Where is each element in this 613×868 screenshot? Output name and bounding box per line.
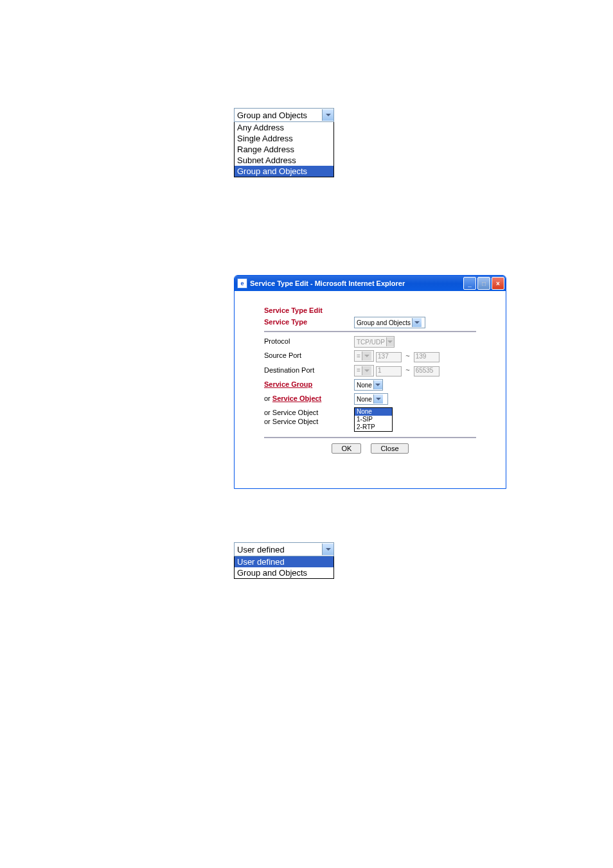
minimize-button[interactable]: _	[463, 277, 476, 290]
divider	[264, 437, 476, 438]
dropdown-option[interactable]: Group and Objects	[235, 567, 333, 578]
address-type-dropdown[interactable]: Group and Objects Any Address Single Add…	[234, 108, 334, 177]
source-port-op-select: =	[354, 350, 374, 362]
user-defined-dropdown[interactable]: User defined User defined Group and Obje…	[234, 542, 334, 579]
section-title: Service Type Edit	[264, 306, 476, 314]
dest-port-from-input: 1	[376, 366, 402, 376]
select-value: None	[357, 396, 372, 403]
dropdown-option[interactable]: Any Address	[235, 122, 333, 133]
dropdown-option[interactable]: Single Address	[235, 133, 333, 144]
dropdown-option[interactable]: Subnet Address	[235, 155, 333, 166]
divider	[264, 331, 476, 332]
select-value: =	[357, 353, 360, 360]
dropdown-option[interactable]: 1-SIP	[355, 416, 392, 423]
chevron-down-icon[interactable]	[373, 380, 382, 389]
select-value: =	[357, 367, 360, 374]
chevron-down-icon	[362, 351, 371, 360]
dropdown-selected[interactable]: Group and Objects	[234, 108, 334, 122]
close-button[interactable]: Close	[371, 443, 408, 454]
dropdown-list[interactable]: User defined Group and Objects	[234, 556, 334, 579]
close-button[interactable]: ×	[492, 277, 504, 290]
maximize-button[interactable]: □	[477, 277, 490, 290]
service-object2-label: or Service Object	[264, 407, 354, 416]
service-type-edit-window: e Service Type Edit - Microsoft Internet…	[234, 275, 506, 489]
dest-port-to-input: 65535	[414, 366, 440, 376]
chevron-down-icon	[362, 366, 371, 375]
dest-port-label: Destination Port	[264, 365, 354, 374]
source-port-label: Source Port	[264, 350, 354, 359]
dropdown-selected-text: Group and Objects	[237, 111, 307, 120]
chevron-down-icon[interactable]	[322, 109, 333, 121]
dest-port-op-select: =	[354, 365, 374, 376]
select-value: TCP/UDP	[357, 339, 385, 346]
tilde: ~	[405, 366, 409, 374]
source-port-from-input: 137	[376, 352, 402, 362]
protocol-label: Protocol	[264, 336, 354, 345]
dropdown-selected[interactable]: User defined	[234, 542, 334, 556]
service-group-select[interactable]: None	[354, 379, 383, 391]
select-value: None	[357, 382, 372, 389]
service-object-label: or Service Object	[264, 393, 354, 402]
window-title-bar[interactable]: e Service Type Edit - Microsoft Internet…	[235, 276, 506, 291]
service-type-label: Service Type	[264, 317, 354, 326]
dropdown-option[interactable]: User defined	[235, 556, 333, 567]
ok-button[interactable]: OK	[332, 443, 361, 454]
dropdown-option[interactable]: 2-RTP	[355, 423, 392, 431]
chevron-down-icon[interactable]	[412, 318, 422, 327]
window-title: Service Type Edit - Microsoft Internet E…	[250, 279, 405, 287]
protocol-select: TCP/UDP	[354, 336, 395, 348]
chevron-down-icon	[386, 337, 394, 346]
source-port-to-input: 139	[414, 352, 440, 362]
dropdown-option[interactable]: None	[355, 408, 392, 416]
dropdown-list[interactable]: Any Address Single Address Range Address…	[234, 122, 334, 177]
chevron-down-icon[interactable]	[373, 394, 383, 403]
service-type-select[interactable]: Group and Objects	[354, 317, 425, 328]
service-group-label: Service Group	[264, 379, 354, 388]
dropdown-option[interactable]: Group and Objects	[235, 166, 333, 177]
ie-icon: e	[237, 278, 247, 288]
tilde: ~	[405, 352, 409, 360]
select-value: Group and Objects	[357, 319, 411, 326]
dropdown-option[interactable]: Range Address	[235, 144, 333, 155]
chevron-down-icon[interactable]	[322, 544, 333, 555]
dropdown-selected-text: User defined	[237, 545, 285, 554]
service-object-options[interactable]: None 1-SIP 2-RTP	[354, 407, 393, 432]
service-object3-label: or Service Object	[264, 416, 354, 425]
service-object-select[interactable]: None	[354, 393, 388, 405]
